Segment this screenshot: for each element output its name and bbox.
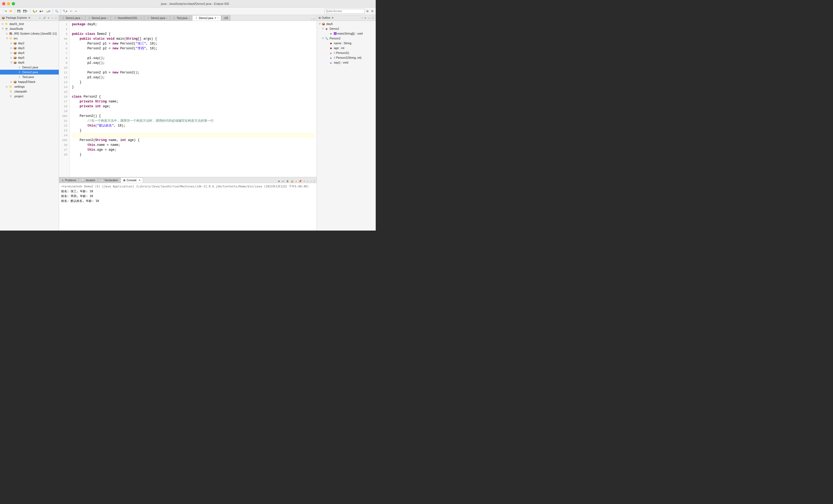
- expand-settings[interactable]: ▷: [5, 85, 8, 88]
- minimize-button[interactable]: [7, 2, 10, 5]
- tab-demo2-1[interactable]: J Demo2.java ×: [85, 15, 111, 21]
- tab-extra[interactable]: »29: [221, 15, 231, 21]
- tab-demo1-1[interactable]: J Demo1.java ×: [59, 15, 85, 21]
- code-content[interactable]: 1 2 3 4⊖ 5 6 7 8 9 10 11 12 13 14: [59, 21, 317, 177]
- save-button[interactable]: 💾: [16, 8, 22, 14]
- close-button[interactable]: [2, 2, 5, 5]
- outline-item-demo2[interactable]: ▽ ◆ Demo2: [317, 26, 376, 31]
- open-button[interactable]: 📂: [8, 8, 14, 14]
- tab-homework[interactable]: J HomeWork1020... ×: [111, 15, 144, 21]
- tab-close-homework[interactable]: ×: [140, 17, 142, 20]
- tree-item-jre[interactable]: ▷ 📚 JRE System Library [JavaSE-11]: [0, 31, 59, 36]
- expand-day6[interactable]: ▽: [10, 61, 13, 64]
- tree-item-demo1[interactable]: J Demo1.java: [0, 65, 59, 70]
- tab-close-test[interactable]: ×: [188, 17, 190, 20]
- outline-view-menu[interactable]: ▾: [364, 17, 366, 19]
- expand-day01test[interactable]: ▷: [1, 22, 4, 25]
- open-console-button[interactable]: ↗: [307, 180, 309, 183]
- expand-javastudy[interactable]: ▽: [1, 27, 4, 30]
- editor-maximize[interactable]: □: [313, 18, 316, 21]
- tree-item-test[interactable]: J Test.java: [0, 75, 59, 79]
- outline-item-name[interactable]: ■ name : String: [317, 41, 376, 46]
- tab-demo1-2[interactable]: J Demo1.java ×: [144, 15, 170, 21]
- save-all-button[interactable]: 💾+: [22, 8, 29, 14]
- outline-item-day6[interactable]: ▽ 📦 day6: [317, 21, 376, 26]
- expand-outline-day6[interactable]: ▽: [318, 22, 321, 25]
- word-wrap-button[interactable]: ↵: [295, 180, 298, 183]
- refactor-button[interactable]: 🔧▾: [62, 8, 68, 14]
- minimize-panel-button[interactable]: —: [50, 17, 54, 19]
- tab-javadoc[interactable]: 📖 Javadoc: [79, 177, 98, 183]
- coverage-button[interactable]: 📊▾: [45, 8, 51, 14]
- outline-item-constructor2[interactable]: ▲ C Person2(String, int): [317, 55, 376, 60]
- tree-item-happyestack[interactable]: ▷ 📦 happyEStack: [0, 79, 59, 84]
- tab-close-demo1-2[interactable]: ×: [166, 17, 167, 20]
- run-button[interactable]: ▶▾: [39, 8, 44, 14]
- tree-item-project[interactable]: X .project: [0, 94, 59, 99]
- expand-day5[interactable]: ▷: [10, 56, 13, 59]
- expand-outline-demo2[interactable]: ▽: [321, 27, 325, 30]
- navigate-button[interactable]: ⇦: [69, 8, 73, 14]
- tab-close-demo2-1[interactable]: ×: [107, 17, 109, 20]
- navigate-forward-button[interactable]: ⇨: [74, 8, 78, 14]
- editor-minimize[interactable]: —: [310, 18, 313, 21]
- maximize-console-button[interactable]: □: [313, 180, 316, 183]
- code-line-17: private String name;: [72, 99, 314, 104]
- maximize-panel-button[interactable]: □: [55, 17, 57, 19]
- tree-item-day2[interactable]: ▷ 📦 day2: [0, 41, 59, 46]
- tree-item-day6[interactable]: ▽ 📦 day6: [0, 60, 59, 65]
- settings-button[interactable]: ⚙: [370, 8, 375, 14]
- new-console-button[interactable]: +: [303, 180, 305, 183]
- tab-console[interactable]: 🖥 Console ✕: [120, 177, 143, 183]
- outline-item-age[interactable]: ■ age : int: [317, 46, 376, 50]
- tree-item-javastudy[interactable]: ▽ ☕ JavaStudy: [0, 26, 59, 31]
- outline-item-person2[interactable]: ▽ 🔍 Person2: [317, 36, 376, 41]
- tab-problems[interactable]: ⚠ Problems: [59, 177, 79, 183]
- remove-terminated-button[interactable]: ✕✕: [281, 180, 285, 183]
- outline-minimize[interactable]: —: [367, 17, 371, 19]
- tab-close-demo2-active[interactable]: ×: [217, 17, 219, 19]
- tree-item-src[interactable]: ▽ 📁 src: [0, 36, 59, 41]
- tree-item-settings[interactable]: ▷ 📁 .settings: [0, 84, 59, 89]
- maximize-button[interactable]: [12, 2, 15, 5]
- outline-item-main[interactable]: ● S main(String[]) : void: [317, 31, 376, 36]
- tree-item-day3[interactable]: ▷ 📦 day3: [0, 46, 59, 50]
- collapse-all-button[interactable]: ⤓: [39, 17, 42, 19]
- pin-console-button[interactable]: 📌: [298, 180, 302, 183]
- tab-demo2-active[interactable]: J Demo2.java ✕ ×: [192, 15, 221, 21]
- outline-maximize[interactable]: □: [372, 17, 374, 19]
- expand-jre[interactable]: ▷: [5, 32, 8, 35]
- quick-access-input[interactable]: [325, 9, 365, 14]
- perspective-button[interactable]: ⊞: [365, 8, 370, 14]
- expand-src[interactable]: ▽: [5, 37, 8, 40]
- expand-outline-person2[interactable]: ▽: [321, 37, 325, 40]
- code-line-5: Person2 p1 = new Person2("张三", 18);: [72, 41, 314, 46]
- outline-label-day6: day6: [326, 22, 333, 25]
- tab-test[interactable]: J Test.java ×: [170, 15, 192, 21]
- tree-item-classpath[interactable]: X .classpath: [0, 89, 59, 94]
- expand-happyestack[interactable]: ▷: [10, 80, 13, 83]
- tree-item-day01test[interactable]: ▷ 📁 day01_test: [0, 21, 59, 26]
- link-editor-button[interactable]: 🔗: [42, 17, 46, 19]
- expand-day4[interactable]: ▷: [10, 51, 13, 54]
- search-button[interactable]: 🔍: [54, 8, 59, 14]
- outline-sort-button[interactable]: ↕: [361, 17, 363, 19]
- outline-item-constructor1[interactable]: ▲ C Person2(): [317, 50, 376, 55]
- outline-item-say[interactable]: ▲ say() : void: [317, 60, 376, 65]
- tab-close-demo1-1[interactable]: ×: [81, 17, 82, 20]
- clear-console-button[interactable]: 🗑: [286, 180, 289, 183]
- scroll-lock-button[interactable]: 🔒: [290, 180, 294, 183]
- minimize-console-button[interactable]: —: [310, 180, 312, 183]
- code-lines[interactable]: package day6; public class Demo2 { publi…: [70, 21, 317, 177]
- expand-day2[interactable]: ▷: [10, 42, 13, 45]
- debug-button[interactable]: 🐛▾: [31, 8, 38, 14]
- tab-declaration[interactable]: 📋 Declaration: [98, 177, 121, 183]
- new-button[interactable]: 📄▾: [1, 8, 8, 14]
- expand-day3[interactable]: ▷: [10, 46, 13, 50]
- code-editor[interactable]: 1 2 3 4⊖ 5 6 7 8 9 10 11 12 13 14: [59, 21, 317, 231]
- tree-item-day5[interactable]: ▷ 📦 day5: [0, 55, 59, 60]
- terminate-button[interactable]: ■: [278, 180, 280, 183]
- tree-item-day4[interactable]: ▷ 📦 day4: [0, 50, 59, 55]
- tree-item-demo2[interactable]: J Demo2.java: [0, 70, 59, 75]
- view-menu-button[interactable]: ▾: [47, 17, 50, 19]
